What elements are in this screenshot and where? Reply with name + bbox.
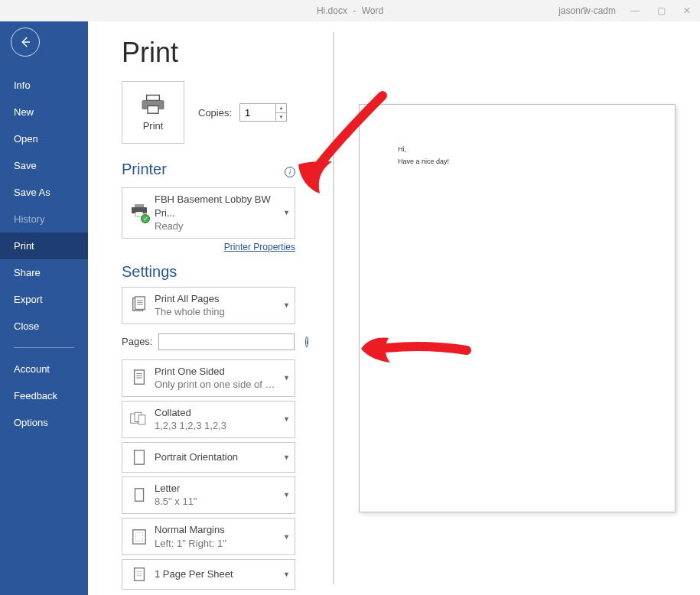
margins-line2: Left: 1" Right: 1" [155,537,226,551]
pages-per-sheet-dropdown[interactable]: 1 Page Per Sheet ▼ [122,559,295,590]
close-window-button[interactable]: ✕ [674,0,700,21]
print-button[interactable]: Print [122,81,184,144]
sidebar-item-feedback[interactable]: Feedback [0,382,88,409]
pages-info-icon[interactable]: i [305,337,308,347]
chevron-down-icon: ▼ [283,374,290,382]
sidebar-item-new[interactable]: New [0,99,88,125]
svg-rect-20 [135,450,145,464]
collated-icon [129,408,150,430]
minimize-button[interactable]: — [622,0,648,21]
copies-label: Copies: [198,107,232,119]
printer-properties-link[interactable]: Printer Properties [122,242,295,252]
svg-rect-22 [133,529,146,543]
collation-dropdown[interactable]: Collated 1,2,3 1,2,3 1,2,3 ▼ [122,401,295,438]
printer-info-icon[interactable]: i [285,167,295,177]
per-sheet-line1: 1 Page Per Sheet [155,567,233,581]
pages-input[interactable] [158,333,295,350]
margins-icon [129,526,150,548]
sidebar-item-info[interactable]: Info [0,72,88,99]
maximize-button[interactable]: ▢ [648,0,674,21]
copies-input[interactable] [240,104,275,121]
document-title: Hi.docx - Word [317,5,383,16]
printer-heading: Printer [122,161,167,178]
svg-point-4 [161,102,162,103]
preview-line2: Have a nice day! [398,155,637,167]
svg-rect-6 [135,204,144,207]
svg-rect-24 [135,568,145,581]
sidebar-item-share[interactable]: Share [0,259,88,286]
sidebar-item-save-as[interactable]: Save As [0,179,88,206]
ready-check-icon: ✓ [141,214,150,223]
svg-rect-9 [135,297,145,310]
printer-status: Ready [155,219,277,233]
paper-line2: 8.5" x 11" [155,495,197,509]
sidebar-item-open[interactable]: Open [0,125,88,152]
preview-line1: Hi, [398,143,637,155]
pages-icon [129,294,150,316]
sidebar-separator [14,347,74,348]
help-button[interactable]: ? [571,0,597,21]
back-arrow-icon [18,35,32,49]
copies-down-icon[interactable]: ▼ [276,113,286,122]
chevron-down-icon: ▼ [283,301,290,309]
filename: Hi.docx [317,5,347,16]
margins-line1: Normal Margins [155,524,225,535]
one-sided-icon [129,367,150,389]
orientation-line1: Portrait Orientation [155,450,238,464]
sides-line1: Print One Sided [155,366,225,377]
settings-heading: Settings [122,263,333,281]
printer-status-icon: ✓ [130,203,148,222]
sidebar-item-close[interactable]: Close [0,313,88,340]
page-title: Print [122,37,333,69]
chevron-down-icon: ▼ [283,415,290,423]
copies-up-icon[interactable]: ▲ [276,104,286,113]
chevron-down-icon: ▼ [283,491,290,499]
chevron-down-icon: ▼ [283,533,290,541]
per-sheet-icon [129,564,150,585]
printer-dropdown[interactable]: ✓ FBH Basement Lobby BW Pri... Ready ▼ [122,187,295,239]
sidebar-item-account[interactable]: Account [0,356,88,382]
collation-line2: 1,2,3 1,2,3 1,2,3 [155,419,226,433]
sidebar-item-options[interactable]: Options [0,409,88,436]
titlebar: Hi.docx - Word jasonrw-cadm ? — ▢ ✕ [0,0,700,21]
sides-dropdown[interactable]: Print One Sided Only print on one side o… [122,359,295,397]
window-controls: — ▢ ✕ [622,0,700,21]
sidebar-item-save[interactable]: Save [0,152,88,179]
pages-label: Pages: [122,336,152,347]
preview-page: Hi, Have a nice day! [359,104,676,512]
printer-name: FBH Basement Lobby BW Pri... [155,193,271,219]
copies-spinner[interactable]: ▲ ▼ [239,103,287,122]
chevron-down-icon: ▼ [283,571,290,578]
app-name: Word [362,5,383,16]
print-range-line1: Print All Pages [155,293,220,304]
print-range-dropdown[interactable]: Print All Pages The whole thing ▼ [122,287,295,324]
orientation-dropdown[interactable]: Portrait Orientation ▼ [122,442,295,473]
svg-rect-3 [148,106,158,113]
margins-dropdown[interactable]: Normal Margins Left: 1" Right: 1" ▼ [122,518,295,555]
sidebar-item-history: History [0,206,88,232]
svg-rect-19 [138,415,145,424]
print-button-label: Print [143,120,164,132]
svg-rect-1 [147,95,160,100]
paper-size-dropdown[interactable]: Letter 8.5" x 11" ▼ [122,476,295,514]
print-range-line2: The whole thing [155,305,225,319]
svg-rect-21 [135,489,144,502]
print-preview-pane: Hi, Have a nice day! [334,21,700,595]
paper-icon [129,484,150,506]
print-settings-panel: Print Print Copies: [88,21,333,595]
sides-line2: Only print on one side of th... [155,378,277,392]
collation-line1: Collated [155,407,191,418]
chevron-down-icon: ▼ [283,209,290,216]
title-dash: - [350,5,359,16]
portrait-icon [129,447,150,468]
sidebar-item-print[interactable]: Print [0,232,88,259]
svg-rect-13 [135,370,145,384]
back-button[interactable] [11,28,40,57]
sidebar-item-export[interactable]: Export [0,286,88,313]
printer-icon [140,94,166,115]
chevron-down-icon: ▼ [283,454,290,461]
sidebar: Info New Open Save Save As History Print… [0,21,88,595]
paper-line1: Letter [155,483,180,494]
